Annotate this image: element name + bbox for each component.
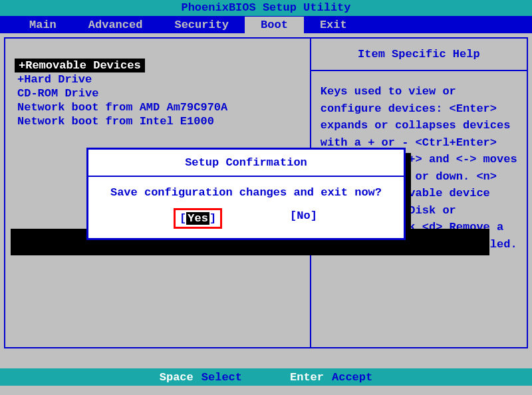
dialog-message: Save configuration changes and exit now? bbox=[88, 177, 404, 204]
menu-boot[interactable]: Boot bbox=[245, 17, 304, 33]
dialog-buttons: [Yes] [No] bbox=[88, 204, 404, 238]
boot-item-net-amd[interactable]: Network boot from AMD Am79C970A bbox=[12, 100, 303, 114]
menu-bar: Main Advanced Security Boot Exit bbox=[0, 16, 532, 33]
footer-action-accept: Accept bbox=[332, 371, 372, 384]
menu-main[interactable]: Main bbox=[13, 17, 72, 33]
confirmation-dialog: Setup Confirmation Save configuration ch… bbox=[86, 148, 406, 240]
no-button[interactable]: [No] bbox=[289, 208, 319, 229]
boot-item-removable[interactable]: +Removable Devices bbox=[15, 59, 145, 72]
menu-exit[interactable]: Exit bbox=[304, 17, 363, 33]
menu-security[interactable]: Security bbox=[158, 17, 245, 33]
boot-item-harddrive[interactable]: +Hard Drive bbox=[12, 72, 303, 86]
help-header: Item Specific Help bbox=[311, 39, 527, 71]
footer-key-enter: Enter bbox=[290, 371, 324, 384]
boot-item-cdrom[interactable]: CD-ROM Drive bbox=[12, 86, 303, 100]
footer-key-space: Space bbox=[160, 371, 194, 384]
dialog-title: Setup Confirmation bbox=[88, 150, 404, 177]
title-bar: PhoenixBIOS Setup Utility bbox=[0, 0, 532, 16]
app-title: PhoenixBIOS Setup Utility bbox=[181, 1, 350, 14]
menu-advanced[interactable]: Advanced bbox=[72, 17, 159, 33]
footer-bar: Space Select Enter Accept bbox=[0, 368, 532, 386]
boot-item-net-intel[interactable]: Network boot from Intel E1000 bbox=[12, 114, 303, 128]
footer-action-select: Select bbox=[201, 371, 242, 384]
yes-button[interactable]: [Yes] bbox=[174, 208, 222, 229]
